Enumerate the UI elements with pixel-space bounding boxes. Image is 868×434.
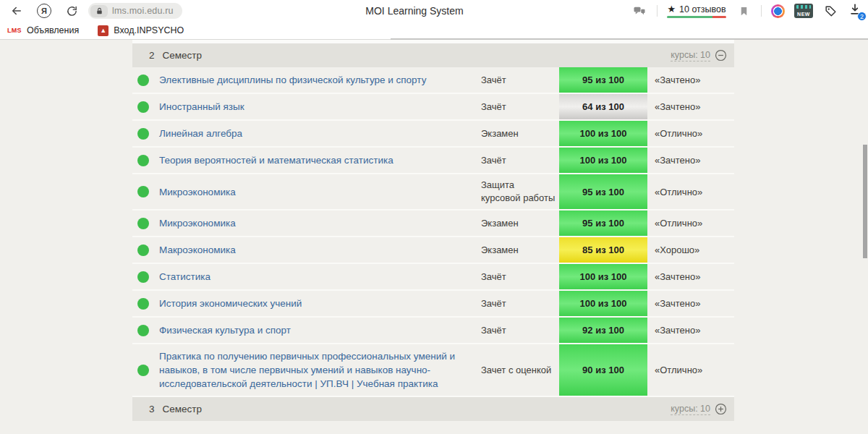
toolbar-right: ★ 10 отзывов NEW 2 bbox=[631, 0, 864, 22]
grade-text: «Зачтено» bbox=[647, 67, 734, 93]
grade-text: «Зачтено» bbox=[647, 318, 734, 343]
url-text: lms.moi.edu.ru bbox=[112, 6, 174, 16]
assessment-type: Зачёт bbox=[481, 264, 559, 289]
course-link[interactable]: Практика по получению первичных професси… bbox=[159, 349, 468, 391]
address-bar[interactable]: lms.moi.edu.ru bbox=[88, 3, 182, 19]
chat-icon[interactable] bbox=[631, 3, 647, 19]
score-badge: 85 из 100 bbox=[559, 237, 647, 263]
lms-page: 2 Семестр курсы: 10 Элективные дисциплин… bbox=[0, 40, 868, 434]
extension-browser-icon[interactable] bbox=[771, 4, 785, 18]
course-link[interactable]: Микроэкономика bbox=[159, 185, 236, 199]
downloads-button[interactable]: 2 bbox=[848, 2, 864, 20]
course-row: История экономических учений Зачёт 100 и… bbox=[132, 291, 734, 318]
assessment-type: Зачёт bbox=[481, 67, 559, 93]
assessment-type: Экзамен bbox=[481, 121, 559, 146]
bookmark-item-announcements[interactable]: LMS Объявления bbox=[7, 25, 79, 35]
status-dot-icon bbox=[137, 365, 149, 376]
rating-bar bbox=[667, 16, 726, 18]
status-dot-icon bbox=[137, 298, 149, 310]
grades-table: 2 Семестр курсы: 10 Элективные дисциплин… bbox=[132, 40, 734, 421]
assessment-type: Экзамен bbox=[481, 210, 559, 236]
score-badge: 100 из 100 bbox=[559, 148, 647, 173]
status-dot-icon bbox=[137, 155, 149, 166]
status-cell bbox=[132, 237, 159, 263]
course-link[interactable]: Физическая культура и спорт bbox=[159, 323, 291, 337]
semester-number: 3 bbox=[149, 404, 155, 414]
semester-2-header[interactable]: 2 Семестр курсы: 10 bbox=[132, 43, 734, 67]
score-badge: 95 из 100 bbox=[559, 174, 647, 209]
course-row: Теория вероятностей и математическая ста… bbox=[132, 148, 734, 174]
status-cell bbox=[132, 94, 159, 119]
status-cell bbox=[132, 210, 159, 236]
grade-text: «Зачтено» bbox=[647, 264, 734, 289]
semester-label: Семестр bbox=[163, 50, 203, 61]
assessment-type: Зачет с оценкой bbox=[481, 344, 559, 396]
extension-new-icon[interactable]: NEW bbox=[794, 4, 813, 18]
assessment-type: Защита курсовой работы bbox=[481, 174, 559, 209]
refresh-button[interactable] bbox=[64, 3, 80, 19]
extension-tag-icon[interactable] bbox=[822, 3, 838, 19]
semester-label: Семестр bbox=[163, 404, 203, 414]
vertical-scrollbar-thumb[interactable] bbox=[863, 145, 867, 258]
divider bbox=[657, 5, 658, 17]
lms-favicon: LMS bbox=[7, 27, 22, 34]
reviews-count: 10 отзывов bbox=[679, 4, 726, 14]
site-reviews-widget[interactable]: ★ 10 отзывов bbox=[667, 4, 726, 18]
score-badge: 92 из 100 bbox=[559, 318, 647, 343]
assessment-type: Зачёт bbox=[481, 94, 559, 119]
course-link[interactable]: Статистика bbox=[159, 270, 210, 284]
back-button[interactable] bbox=[9, 3, 25, 19]
status-cell bbox=[132, 67, 159, 93]
score-badge: 64 из 100 bbox=[559, 94, 647, 119]
assessment-type: Зачёт bbox=[481, 318, 559, 343]
course-link[interactable]: Иностранный язык bbox=[159, 100, 244, 114]
course-rows: Элективные дисциплины по физической куль… bbox=[132, 67, 734, 397]
star-icon: ★ bbox=[667, 4, 676, 14]
status-dot-icon bbox=[137, 244, 149, 256]
courses-count-link[interactable]: курсы: 10 bbox=[671, 50, 710, 61]
assessment-type: Экзамен bbox=[481, 237, 559, 263]
course-row: Микроэкономика Защита курсовой работы 95… bbox=[132, 174, 734, 210]
course-link[interactable]: Теория вероятностей и математическая ста… bbox=[159, 153, 393, 167]
status-cell bbox=[132, 318, 159, 343]
status-dot-icon bbox=[137, 271, 149, 283]
status-dot-icon bbox=[137, 128, 149, 140]
grade-text: «Зачтено» bbox=[647, 291, 734, 316]
expand-icon[interactable] bbox=[715, 403, 727, 415]
courses-count-link[interactable]: курсы: 10 bbox=[671, 404, 710, 415]
course-link[interactable]: Элективные дисциплины по физической куль… bbox=[159, 73, 426, 87]
semester-3-header[interactable]: 3 Семестр курсы: 10 bbox=[132, 397, 734, 421]
assessment-type: Зачёт bbox=[481, 148, 559, 173]
status-dot-icon bbox=[137, 75, 149, 86]
course-row: Физическая культура и спорт Зачёт 92 из … bbox=[132, 318, 734, 344]
bookmark-item-inpsycho[interactable]: ▲ Вход.INPSYCHO bbox=[98, 25, 184, 36]
course-link[interactable]: История экономических учений bbox=[159, 297, 302, 310]
lock-icon[interactable] bbox=[90, 5, 108, 17]
grade-text: «Хорошо» bbox=[647, 237, 734, 263]
bookmark-label: Вход.INPSYCHO bbox=[114, 25, 184, 35]
grade-text: «Отлично» bbox=[647, 121, 734, 146]
score-badge: 100 из 100 bbox=[559, 291, 647, 316]
yandex-icon[interactable]: Я bbox=[37, 4, 51, 18]
course-link[interactable]: Линейная алгебра bbox=[159, 127, 242, 140]
status-dot-icon bbox=[137, 186, 149, 197]
course-link[interactable]: Микроэкономика bbox=[159, 216, 236, 230]
course-row: Иностранный язык Зачёт 64 из 100 «Зачтен… bbox=[132, 94, 734, 121]
status-cell bbox=[132, 148, 159, 173]
status-cell bbox=[132, 121, 159, 146]
bookmark-label: Объявления bbox=[27, 25, 79, 35]
status-cell bbox=[132, 344, 159, 396]
course-row: Элективные дисциплины по физической куль… bbox=[132, 67, 734, 94]
grade-text: «Зачтено» bbox=[647, 148, 734, 173]
bookmarks-bar: LMS Объявления ▲ Вход.INPSYCHO bbox=[0, 22, 868, 40]
assessment-type: Зачёт bbox=[481, 291, 559, 316]
course-row: Статистика Зачёт 100 из 100 «Зачтено» bbox=[132, 264, 734, 291]
bookmark-icon[interactable] bbox=[736, 3, 752, 19]
course-link[interactable]: Макроэкономика bbox=[159, 243, 236, 257]
grade-text: «Отлично» bbox=[647, 344, 734, 396]
browser-toolbar: Я lms.moi.edu.ru MOI Learning System ★ 1… bbox=[0, 0, 868, 22]
status-dot-icon bbox=[137, 325, 149, 336]
course-row: Микроэкономика Экзамен 95 из 100 «Отличн… bbox=[132, 210, 734, 237]
collapse-icon[interactable] bbox=[715, 49, 727, 61]
grade-text: «Отлично» bbox=[647, 210, 734, 236]
